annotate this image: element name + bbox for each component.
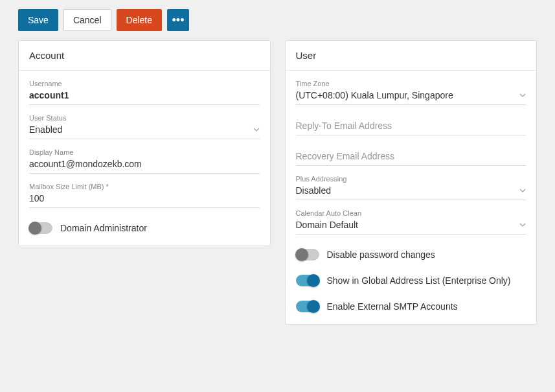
- username-label: Username: [29, 80, 260, 87]
- user-status-value: Enabled: [29, 124, 62, 135]
- cancel-button[interactable]: Cancel: [63, 9, 111, 31]
- account-card-title: Account: [19, 41, 270, 71]
- disable-password-row: Disable password changes: [296, 246, 527, 260]
- enable-smtp-row: Enable External SMTP Accounts: [296, 298, 527, 312]
- account-card-body: Username account1 User Status Enabled Di…: [19, 71, 270, 246]
- timezone-value: (UTC+08:00) Kuala Lumpur, Singapore: [296, 90, 453, 100]
- username-field: Username account1: [29, 80, 260, 105]
- chevron-down-icon: [519, 92, 526, 98]
- mailbox-limit-input[interactable]: [29, 192, 260, 205]
- account-card: Account Username account1 User Status En…: [18, 40, 271, 246]
- calendar-auto-clean-field[interactable]: Calendar Auto Clean Domain Default: [296, 209, 527, 235]
- user-card: User Time Zone (UTC+08:00) Kuala Lumpur,…: [285, 40, 538, 325]
- user-status-label: User Status: [29, 114, 260, 122]
- more-actions-button[interactable]: •••: [167, 9, 189, 31]
- save-button[interactable]: Save: [18, 9, 58, 31]
- domain-admin-row: Domain Administrator: [29, 220, 260, 234]
- action-toolbar: Save Cancel Delete •••: [0, 0, 555, 40]
- domain-admin-label: Domain Administrator: [60, 223, 147, 233]
- username-value: account1: [29, 89, 260, 102]
- mailbox-limit-field[interactable]: Mailbox Size Limit (MB) *: [29, 183, 260, 208]
- chevron-down-icon: [253, 126, 260, 133]
- chevron-down-icon: [519, 222, 526, 228]
- show-gal-label: Show in Global Address List (Enterprise …: [327, 275, 511, 286]
- plus-addressing-value: Disabled: [296, 185, 331, 196]
- timezone-label: Time Zone: [296, 80, 527, 87]
- delete-button[interactable]: Delete: [117, 9, 162, 31]
- user-card-body: Time Zone (UTC+08:00) Kuala Lumpur, Sing…: [286, 71, 537, 324]
- show-gal-toggle[interactable]: [296, 275, 319, 286]
- content-columns: Account Username account1 User Status En…: [0, 40, 555, 343]
- recovery-email-field[interactable]: Recovery Email Address: [296, 144, 527, 166]
- calendar-auto-clean-value: Domain Default: [296, 220, 359, 230]
- timezone-select[interactable]: (UTC+08:00) Kuala Lumpur, Singapore: [296, 89, 527, 102]
- user-status-field[interactable]: User Status Enabled: [29, 114, 260, 139]
- chevron-down-icon: [519, 187, 526, 194]
- plus-addressing-label: Plus Addressing: [296, 175, 527, 183]
- disable-password-toggle[interactable]: [296, 249, 319, 260]
- recovery-email-placeholder: Recovery Email Address: [296, 151, 395, 161]
- enable-smtp-toggle[interactable]: [296, 301, 319, 312]
- reply-to-placeholder: Reply-To Email Address: [296, 121, 392, 131]
- calendar-auto-clean-label: Calendar Auto Clean: [296, 209, 527, 217]
- display-name-input[interactable]: [29, 157, 260, 170]
- enable-smtp-label: Enable External SMTP Accounts: [327, 301, 458, 312]
- calendar-auto-clean-select[interactable]: Domain Default: [296, 218, 527, 231]
- user-status-select[interactable]: Enabled: [29, 123, 260, 136]
- domain-admin-toggle[interactable]: [29, 222, 52, 234]
- show-gal-row: Show in Global Address List (Enterprise …: [296, 272, 527, 286]
- timezone-field[interactable]: Time Zone (UTC+08:00) Kuala Lumpur, Sing…: [296, 80, 527, 105]
- user-card-title: User: [286, 41, 537, 71]
- disable-password-label: Disable password changes: [327, 249, 435, 260]
- plus-addressing-field[interactable]: Plus Addressing Disabled: [296, 175, 527, 200]
- plus-addressing-select[interactable]: Disabled: [296, 184, 527, 197]
- mailbox-limit-label: Mailbox Size Limit (MB) *: [29, 183, 260, 190]
- display-name-label: Display Name: [29, 148, 260, 156]
- display-name-field[interactable]: Display Name: [29, 148, 260, 174]
- reply-to-field[interactable]: Reply-To Email Address: [296, 114, 527, 135]
